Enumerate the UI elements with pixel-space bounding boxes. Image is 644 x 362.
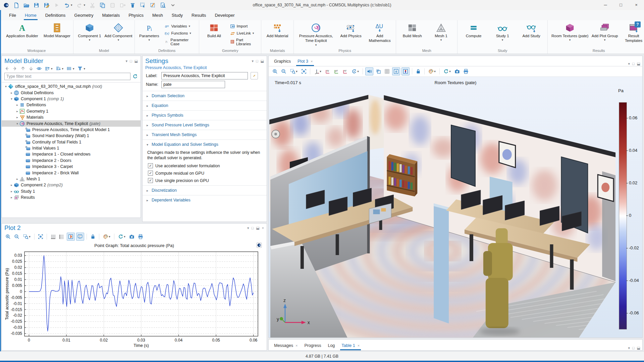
checkbox-box[interactable]: ✓ <box>148 171 153 176</box>
section-header-model-equation-and-solver-settings[interactable]: ▾Model Equation and Solver Settings <box>143 140 267 149</box>
tree-item[interactable]: ▸Study 1 <box>2 188 141 194</box>
tree-item[interactable]: ▸Geometry 1 <box>2 108 141 114</box>
menu-tab-definitions[interactable]: Definitions <box>41 11 70 20</box>
toolbar-lock-button[interactable] <box>415 68 422 75</box>
toolbar-annotation-button[interactable] <box>76 233 84 241</box>
tree-item[interactable]: ▾Pressure Acoustics, Time Explicit(pate) <box>2 120 141 126</box>
select-box-icon[interactable] <box>140 2 146 8</box>
toolbar-color-legend-button[interactable] <box>401 67 410 75</box>
tree-item[interactable]: ▸Component 2(comp2) <box>2 182 141 188</box>
menu-tab-home[interactable]: Home <box>20 11 41 20</box>
toolbar-view-xz-button[interactable]: xz <box>341 68 349 75</box>
tree-expander-icon[interactable]: ▸ <box>9 196 14 199</box>
panel-float-icon[interactable]: □ <box>252 226 254 230</box>
move-up-icon[interactable] <box>45 66 50 71</box>
toolbar-zoom-extents-button[interactable] <box>300 68 308 75</box>
save-icon[interactable] <box>34 2 39 8</box>
redo-icon[interactable] <box>77 2 83 8</box>
toolbar-grid-button[interactable] <box>383 68 391 75</box>
arrow-left-icon[interactable] <box>4 66 9 71</box>
name-field[interactable] <box>161 81 225 88</box>
ribbon-button-add-mathematics[interactable]: ΔUAdd Mathematics <box>366 21 394 48</box>
panel-close-icon[interactable]: × <box>262 226 264 230</box>
toolbar-print-button[interactable] <box>137 233 144 240</box>
help-button[interactable]: ? <box>635 21 641 27</box>
duplicate-icon[interactable] <box>120 2 125 8</box>
delete-icon[interactable] <box>130 2 136 8</box>
toolbar-palette-button[interactable]: ▾ <box>102 233 112 240</box>
toolbar-zoom-in-button[interactable] <box>4 233 12 240</box>
toolbar-view-xy-button[interactable]: xy <box>324 68 331 75</box>
toolbar-refresh-button[interactable]: ▾ <box>442 68 452 75</box>
menu-tab-developer[interactable]: Developer <box>210 11 239 20</box>
toolbar-rotate-button[interactable]: ▾ <box>350 68 360 75</box>
toolbar-scene-light-button[interactable] <box>392 67 400 75</box>
tree-item[interactable]: ▾Component 1(comp 1) <box>2 96 141 102</box>
arrow-up-icon[interactable] <box>20 66 25 71</box>
maximize-button[interactable]: □ <box>613 0 629 10</box>
menu-tab-results[interactable]: Results <box>187 11 210 20</box>
save-edit-icon[interactable] <box>44 2 49 8</box>
ribbon-button-pressure-acoustics-time-explicit[interactable]: Pressure Acoustics, Time Explicit▾ <box>296 21 336 48</box>
cut-icon[interactable] <box>90 2 95 8</box>
tree-item[interactable]: DPressure Acoustics, Time Explicit Model… <box>2 127 141 133</box>
tree-filter-input[interactable] <box>4 73 130 80</box>
tree-item[interactable]: DContinuity of Total Fields 1 <box>2 139 141 145</box>
ribbon-button-compute[interactable]: Compute <box>460 21 488 48</box>
ribbon-small-button-import[interactable]: Import <box>229 23 258 29</box>
toolbar-grid-x-button[interactable] <box>49 233 57 240</box>
label-field[interactable] <box>161 72 248 79</box>
ribbon-button-room-textures-pate-[interactable]: Room Textures (pate)▾ <box>550 21 590 48</box>
menu-tab-mesh[interactable]: Mesh <box>148 11 167 20</box>
panel-float-icon[interactable]: □ <box>256 59 258 63</box>
show-eye-icon[interactable] <box>37 66 42 71</box>
panel-pin-icon[interactable]: ⬓ <box>256 226 259 230</box>
room-scene-3d[interactable]: zyx <box>269 77 642 338</box>
paste-icon[interactable] <box>110 2 115 8</box>
ribbon-button-mesh-1[interactable]: Mesh 1▾ <box>427 21 455 48</box>
panel-menu-icon[interactable]: ▾ <box>628 346 630 350</box>
checkbox-box[interactable]: ✓ <box>148 163 153 168</box>
dropdown-arrow-icon[interactable]: ▾ <box>71 3 72 7</box>
ribbon-button-add-study[interactable]: Add Study <box>517 21 545 48</box>
tree-expander-icon[interactable]: ▸ <box>15 177 19 181</box>
toolbar-zoom-box-button[interactable]: ▾ <box>289 68 299 75</box>
toolbar-view-yz-button[interactable]: yz <box>333 68 340 75</box>
comsol-logo-icon[interactable] <box>3 2 9 8</box>
ribbon-button-add-plot-group[interactable]: Add Plot Group▾ <box>591 21 619 48</box>
tab-close-icon[interactable]: × <box>296 344 298 348</box>
ribbon-button-parameters[interactable]: PiParameters▾ <box>137 21 161 48</box>
section-header-equation[interactable]: ▸Equation <box>143 101 267 110</box>
tree-expander-icon[interactable]: ▾ <box>9 97 14 101</box>
dock-tab-table-1[interactable]: Table 1× <box>338 341 363 350</box>
toolbar-axis-toggle-button[interactable] <box>67 233 75 241</box>
menu-tab-geometry[interactable]: Geometry <box>70 11 98 20</box>
ribbon-small-button-part-libraries[interactable]: Part Libraries <box>229 38 258 46</box>
refresh-icon[interactable] <box>132 74 138 79</box>
ribbon-button-model-manager[interactable]: Model Manager <box>43 21 71 48</box>
toolbar-zoom-out-button[interactable] <box>280 68 287 75</box>
rename-button[interactable] <box>251 72 258 79</box>
ribbon-button-build-mesh[interactable]: Build Mesh <box>398 21 426 48</box>
copy-icon[interactable] <box>100 2 105 8</box>
section-header-transient-mesh-settings[interactable]: ▸Transient Mesh Settings <box>143 130 267 139</box>
tree-item[interactable]: ▸Global Definitions <box>2 89 141 96</box>
checkbox-compute-residual-on-gpu[interactable]: ✓Compute residual on GPU <box>148 171 261 176</box>
toolbar-lock-button[interactable] <box>89 233 97 240</box>
graphics-tab-plot-3[interactable]: Plot 3× <box>294 57 316 66</box>
tree-expander-icon[interactable]: ▸ <box>9 183 14 187</box>
play-icon[interactable] <box>54 2 59 8</box>
arrow-right-icon[interactable] <box>12 66 17 71</box>
section-header-discretization[interactable]: ▸Discretization <box>143 186 267 195</box>
panel-menu-icon[interactable]: ▾ <box>628 62 630 66</box>
tree-expander-icon[interactable]: ▸ <box>9 190 14 193</box>
checkbox-use-accelerated-solver-formulation[interactable]: ✓Use accelerated solver formulation <box>148 163 261 168</box>
ribbon-button-add-physics[interactable]: Add Physics <box>337 21 365 48</box>
dropdown-arrow-icon[interactable]: ▾ <box>51 67 53 70</box>
tree-expander-icon[interactable]: ▸ <box>9 91 14 95</box>
tree-expander-icon[interactable]: ▸ <box>15 103 19 107</box>
panel-menu-icon[interactable]: ▾ <box>125 59 127 63</box>
move-down-icon[interactable] <box>56 66 61 71</box>
section-header-domain-selection[interactable]: ▸Domain Selection <box>143 91 267 101</box>
arrow-down-icon[interactable] <box>29 66 34 71</box>
